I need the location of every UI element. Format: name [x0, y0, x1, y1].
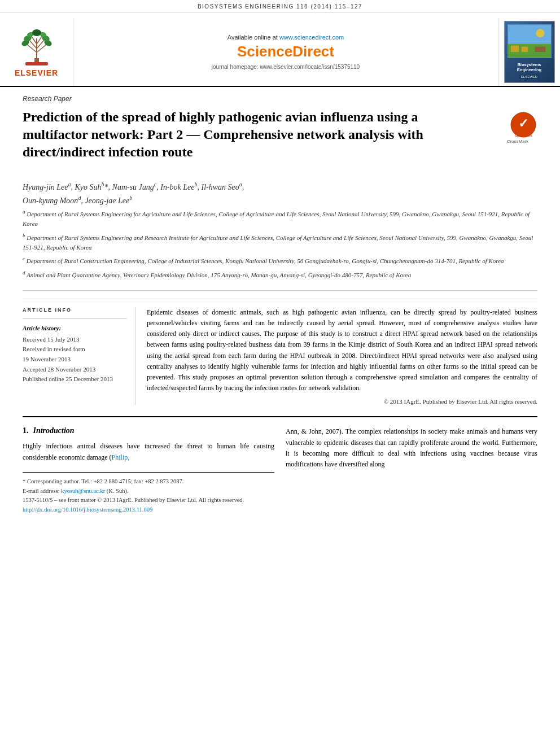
crossmark-label: CrossMark	[498, 139, 537, 144]
header: ELSEVIER Available online at www.science…	[0, 12, 560, 87]
journal-homepage: journal homepage: www.elsevier.com/locat…	[212, 64, 360, 70]
article-info-title: Article Info	[23, 307, 127, 313]
cover-image	[508, 24, 552, 58]
authors-text: Hyung-jin Leea, Kyo Suhb*, Nam-su Jungc,…	[23, 181, 537, 208]
article-type-label: Research Paper	[23, 95, 537, 103]
intro-right-text: Ann, & John, 2007). The complex relation…	[286, 426, 537, 470]
journal-cover-area: Biosystems Engineering ELSEVIER	[498, 18, 560, 86]
history-item-3: 19 November 2013	[23, 355, 127, 365]
sciencedirect-logo: ScienceDirect	[237, 43, 334, 60]
footnote-corresponding: * Corresponding author. Tel.: +82 2 880 …	[23, 477, 274, 487]
introduction-section: 1. Introduction Highly infectious animal…	[23, 416, 537, 515]
journal-topbar: Biosystems Engineering 118 (2014) 115–12…	[0, 0, 560, 12]
abstract-copyright: © 2013 IAgrE. Published by Elsevier Ltd.…	[147, 398, 537, 405]
section-header: 1. Introduction	[23, 426, 274, 435]
elsevier-logo-area: ELSEVIER	[0, 18, 73, 86]
intro-citation-link[interactable]: Philip,	[112, 453, 130, 461]
doi-link[interactable]: http://dx.doi.org/10.1016/j.biosystemsen…	[23, 506, 152, 513]
article-info-column: Article Info Article history: Received 1…	[23, 307, 135, 405]
svg-line-5	[37, 44, 47, 53]
elsevier-tree-icon	[14, 27, 59, 67]
footnote-issn: 1537-5110/$ – see front matter © 2013 IA…	[23, 496, 274, 505]
footnote-email: E-mail address: kyosuh@snu.ac.kr (K. Suh…	[23, 487, 274, 496]
affiliation-a: a Department of Rural Systems Engineerin…	[23, 208, 537, 229]
intro-right-column: Ann, & John, 2007). The complex relation…	[286, 426, 537, 515]
affiliation-c: c Department of Rural Construction Engin…	[23, 255, 537, 266]
svg-line-2	[27, 44, 37, 53]
svg-point-20	[536, 29, 544, 37]
journal-cover: Biosystems Engineering ELSEVIER	[504, 21, 555, 83]
history-item-5: Published online 25 December 2013	[23, 374, 127, 385]
page: Biosystems Engineering 118 (2014) 115–12…	[0, 0, 560, 747]
svg-rect-21	[535, 47, 545, 53]
available-online-link[interactable]: www.sciencedirect.com	[279, 34, 344, 41]
available-online-text: Available online at www.sciencedirect.co…	[228, 34, 344, 41]
svg-rect-19	[521, 47, 527, 53]
article-history-title: Article history:	[23, 325, 127, 331]
section-title: Introduction	[33, 426, 75, 435]
elsevier-brand-text: ELSEVIER	[15, 68, 58, 77]
journal-cover-badge: ELSEVIER	[519, 75, 539, 79]
header-center: Available online at www.sciencedirect.co…	[73, 18, 498, 86]
svg-text:CrossMark: CrossMark	[514, 134, 532, 137]
intro-left-column: 1. Introduction Highly infectious animal…	[23, 426, 274, 515]
crossmark-icon: ✓ CrossMark	[509, 111, 537, 139]
article-info-abstract-row: Article Info Article history: Received 1…	[23, 299, 537, 405]
svg-text:✓: ✓	[518, 116, 528, 130]
svg-point-14	[32, 29, 41, 36]
affiliations-section: a Department of Rural Systems Engineerin…	[23, 208, 537, 291]
affiliation-b: b Department of Rural Systems Engineerin…	[23, 231, 537, 253]
abstract-column: Epidemic diseases of domestic animals, s…	[147, 307, 537, 405]
cover-svg	[508, 25, 551, 58]
main-content: Research Paper Prediction of the spread …	[0, 87, 560, 526]
history-item-1: Received 15 July 2013	[23, 335, 127, 345]
journal-name: Biosystems Engineering 118 (2014) 115–12…	[198, 3, 362, 10]
footnote-email-link[interactable]: kyosuh@snu.ac.kr	[61, 488, 105, 494]
divider	[23, 318, 127, 319]
journal-cover-title: Biosystems Engineering	[507, 62, 552, 73]
svg-rect-18	[510, 46, 518, 52]
affiliation-d: d Animal and Plant Quarantine Agency, Ve…	[23, 269, 537, 280]
article-title: Prediction of the spread of highly patho…	[23, 108, 463, 173]
elsevier-logo: ELSEVIER	[14, 27, 59, 77]
history-item-4: Accepted 28 November 2013	[23, 365, 127, 375]
crossmark-area: ✓ CrossMark CrossMark	[498, 108, 537, 144]
section-number: 1.	[23, 426, 29, 435]
title-crossmark-row: Prediction of the spread of highly patho…	[23, 108, 537, 173]
abstract-text: Epidemic diseases of domestic animals, s…	[147, 307, 537, 394]
svg-rect-15	[25, 62, 48, 65]
footnote-section: * Corresponding author. Tel.: +82 2 880 …	[23, 472, 274, 515]
history-item-2: Received in revised form	[23, 344, 127, 355]
intro-left-text: Highly infectious animal diseases have i…	[23, 441, 274, 462]
footnote-doi: http://dx.doi.org/10.1016/j.biosystemsen…	[23, 505, 274, 515]
